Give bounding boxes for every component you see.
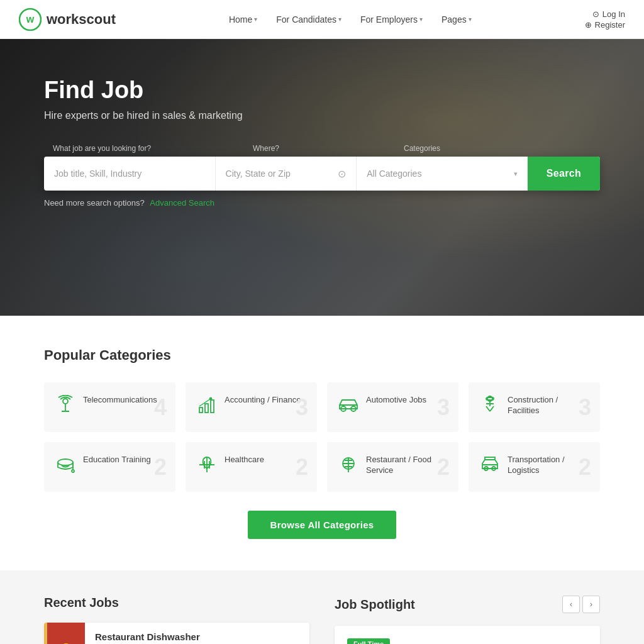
transport-name: Transportation / Logistics xyxy=(508,455,590,476)
construction-icon xyxy=(479,395,501,419)
transport-info: Transportation / Logistics xyxy=(508,455,590,476)
logo-icon: w xyxy=(19,8,42,31)
bottom-section: Recent Jobs Restaurant Dishwasher 🏢 xyxy=(0,570,644,644)
nav-home[interactable]: Home ▾ xyxy=(221,9,265,30)
svg-line-16 xyxy=(490,406,494,411)
spotlight-title: Job Spotlight xyxy=(335,597,415,612)
spotlight-prev-button[interactable]: ‹ xyxy=(562,596,580,613)
spotlight-nav: ‹ › xyxy=(562,596,600,613)
category-card-automotive[interactable]: Automotive Jobs 3 xyxy=(327,382,458,432)
svg-point-2 xyxy=(63,399,68,404)
register-icon: ⊕ xyxy=(585,20,592,30)
job-spotlight: Job Spotlight ‹ › Full Time Senior Healt… xyxy=(335,596,600,644)
home-chevron-icon: ▾ xyxy=(254,16,257,23)
restaurant-count: 2 xyxy=(437,454,450,480)
main-nav: Home ▾ For Candidates ▾ For Employers ▾ … xyxy=(221,9,479,30)
browse-all-button[interactable]: Browse All Categories xyxy=(248,511,397,539)
telecom-name: Telecommunications xyxy=(83,395,165,406)
location-icon: ⊙ xyxy=(338,168,346,180)
restaurant-icon xyxy=(337,455,360,479)
logo-text: workscout xyxy=(47,11,116,28)
education-icon xyxy=(54,455,77,479)
hero-content: Find Job Hire experts or be hired in sal… xyxy=(0,39,644,233)
logo[interactable]: w workscout xyxy=(19,8,116,31)
recent-jobs: Recent Jobs Restaurant Dishwasher 🏢 xyxy=(44,596,309,644)
category-label: Categories xyxy=(396,140,448,157)
job-info: Restaurant Dishwasher 🏢 King 📍 Stratford… xyxy=(85,623,309,644)
category-chevron-icon: ▾ xyxy=(514,170,518,178)
hero-section: Find Job Hire experts or be hired in sal… xyxy=(0,39,644,316)
employers-chevron-icon: ▾ xyxy=(419,16,423,23)
header: w workscout Home ▾ For Candidates ▾ For … xyxy=(0,0,644,39)
nav-employers[interactable]: For Employers ▾ xyxy=(353,9,430,30)
healthcare-icon xyxy=(196,455,218,479)
automotive-count: 3 xyxy=(437,394,450,421)
spotlight-next-button[interactable]: › xyxy=(582,596,600,613)
categories-title: Popular Categories xyxy=(44,347,600,364)
nav-pages[interactable]: Pages ▾ xyxy=(434,9,479,30)
construction-name: Construction / Facilities xyxy=(508,395,590,416)
job-search-input[interactable] xyxy=(54,169,205,179)
categories-section: Popular Categories Telecommunications 4 xyxy=(0,316,644,570)
finance-icon xyxy=(196,395,218,419)
auth-links: ⊙ Log In ⊕ Register xyxy=(585,9,625,30)
svg-rect-34 xyxy=(55,638,77,644)
pages-chevron-icon: ▾ xyxy=(469,16,472,23)
category-select[interactable]: All Categories Accounting / Finance Auto… xyxy=(367,169,510,179)
category-card-education[interactable]: Education Training 2 xyxy=(44,442,175,492)
category-card-finance[interactable]: Accounting / Finance 3 xyxy=(186,382,317,432)
category-card-restaurant[interactable]: Restaurant / Food Service 2 xyxy=(327,442,458,492)
construction-count: 3 xyxy=(579,394,591,421)
category-card-telecom[interactable]: Telecommunications 4 xyxy=(44,382,175,432)
categories-grid: Telecommunications 4 Accounting / Financ… xyxy=(44,382,600,492)
spotlight-header: Job Spotlight ‹ › xyxy=(335,596,600,613)
svg-line-15 xyxy=(486,406,490,411)
svg-point-20 xyxy=(72,470,74,472)
search-labels: What job are you looking for? Where? Cat… xyxy=(44,140,600,157)
finance-name: Accounting / Finance xyxy=(225,395,307,406)
category-field[interactable]: All Categories Accounting / Finance Auto… xyxy=(357,157,528,191)
location-field[interactable]: ⊙ xyxy=(216,157,357,191)
category-card-healthcare[interactable]: Healthcare 2 xyxy=(186,442,317,492)
location-input[interactable] xyxy=(226,169,333,179)
job-search-field[interactable] xyxy=(44,157,216,191)
healthcare-name: Healthcare xyxy=(225,455,307,465)
restaurant-info: Restaurant / Food Service xyxy=(366,455,448,476)
spotlight-card[interactable]: Full Time Senior Health and Nutrition Ad… xyxy=(335,626,600,644)
advanced-search-link[interactable]: Advanced Search xyxy=(150,198,214,208)
finance-info: Accounting / Finance xyxy=(225,395,307,406)
svg-point-18 xyxy=(58,459,73,465)
spotlight-badge: Full Time xyxy=(347,638,390,644)
automotive-info: Automotive Jobs xyxy=(366,395,448,406)
construction-info: Construction / Facilities xyxy=(508,395,590,416)
hero-title: Find Job xyxy=(44,77,600,104)
svg-rect-30 xyxy=(485,457,495,460)
search-box: ⊙ All Categories Accounting / Finance Au… xyxy=(44,157,600,191)
automotive-icon xyxy=(337,395,360,417)
category-card-construction[interactable]: Construction / Facilities 3 xyxy=(469,382,600,432)
education-count: 2 xyxy=(154,454,167,480)
category-card-transport[interactable]: Transportation / Logistics 2 xyxy=(469,442,600,492)
job-card[interactable]: Restaurant Dishwasher 🏢 King 📍 Stratford… xyxy=(44,623,309,644)
what-label: What job are you looking for? xyxy=(44,140,245,157)
svg-rect-7 xyxy=(211,400,214,413)
search-button[interactable]: Search xyxy=(528,157,600,191)
candidates-chevron-icon: ▾ xyxy=(338,16,341,23)
nav-candidates[interactable]: For Candidates ▾ xyxy=(269,9,349,30)
register-link[interactable]: ⊕ Register xyxy=(585,20,625,30)
education-name: Education Training xyxy=(83,455,165,465)
education-info: Education Training xyxy=(83,455,165,465)
telecom-icon xyxy=(54,395,77,419)
restaurant-name: Restaurant / Food Service xyxy=(366,455,448,476)
telecom-info: Telecommunications xyxy=(83,395,165,406)
job-logo xyxy=(47,623,85,644)
healthcare-info: Healthcare xyxy=(225,455,307,465)
login-link[interactable]: ⊙ Log In xyxy=(592,9,625,19)
user-icon: ⊙ xyxy=(592,9,599,19)
svg-rect-6 xyxy=(205,404,208,413)
transport-count: 2 xyxy=(579,454,591,480)
automotive-name: Automotive Jobs xyxy=(366,395,448,406)
finance-count: 3 xyxy=(296,394,308,421)
advanced-search-bar: Need more search options? Advanced Searc… xyxy=(44,198,600,208)
recent-jobs-title: Recent Jobs xyxy=(44,596,119,610)
